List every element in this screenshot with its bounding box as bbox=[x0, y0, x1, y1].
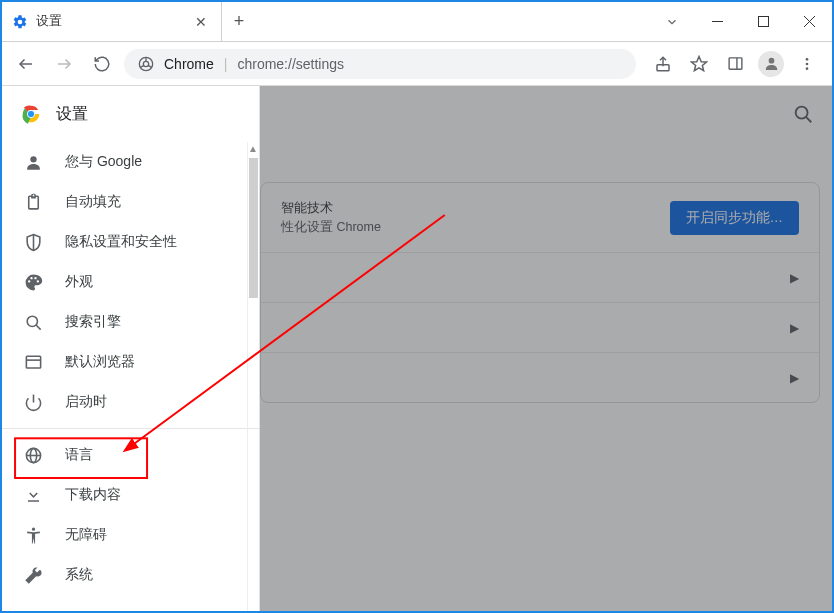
svg-point-31 bbox=[32, 527, 35, 530]
content-area: 设置 您与 Google 自动填充 隐私设置和安全性 外观 bbox=[2, 86, 832, 611]
power-icon bbox=[24, 393, 43, 412]
back-button[interactable] bbox=[10, 48, 42, 80]
download-icon bbox=[24, 486, 43, 505]
gear-icon bbox=[12, 14, 28, 30]
svg-point-32 bbox=[796, 107, 808, 119]
svg-point-17 bbox=[806, 62, 809, 65]
toolbar: Chrome | chrome://settings bbox=[2, 42, 832, 86]
titlebar: 设置 ✕ + bbox=[2, 2, 832, 42]
svg-point-15 bbox=[768, 58, 774, 64]
svg-rect-1 bbox=[758, 17, 768, 27]
sidebar-item-label: 语言 bbox=[65, 446, 93, 464]
sidebar-item-autofill[interactable]: 自动填充 bbox=[2, 182, 259, 222]
sidebar-item-label: 启动时 bbox=[65, 393, 107, 411]
sidebar-scrollbar[interactable]: ▲ bbox=[247, 142, 259, 611]
sidebar-item-privacy[interactable]: 隐私设置和安全性 bbox=[2, 222, 259, 262]
side-panel-icon[interactable] bbox=[718, 47, 752, 81]
svg-rect-25 bbox=[26, 356, 40, 368]
accessibility-icon bbox=[24, 526, 43, 545]
chevron-right-icon: ▶ bbox=[790, 371, 799, 385]
search-settings-icon[interactable] bbox=[792, 103, 814, 125]
svg-line-10 bbox=[148, 65, 152, 67]
maximize-button[interactable] bbox=[740, 2, 786, 42]
browser-icon bbox=[24, 353, 43, 372]
sidebar-item-downloads[interactable]: 下载内容 bbox=[2, 475, 259, 515]
wrench-icon bbox=[24, 566, 43, 585]
sync-subtitle-fragment: 性化设置 Chrome bbox=[281, 219, 381, 236]
person-icon bbox=[24, 153, 43, 172]
sidebar-item-label: 默认浏览器 bbox=[65, 353, 135, 371]
sidebar-item-you-and-google[interactable]: 您与 Google bbox=[2, 142, 259, 182]
sidebar-item-label: 自动填充 bbox=[65, 193, 121, 211]
new-tab-button[interactable]: + bbox=[222, 2, 256, 41]
shield-icon bbox=[24, 233, 43, 252]
card-row[interactable]: ▶ bbox=[261, 352, 819, 402]
kebab-menu-icon[interactable] bbox=[790, 47, 824, 81]
svg-line-9 bbox=[140, 65, 144, 67]
search-icon bbox=[24, 313, 43, 332]
sidebar-item-label: 搜索引擎 bbox=[65, 313, 121, 331]
forward-button[interactable] bbox=[48, 48, 80, 80]
svg-line-33 bbox=[806, 117, 811, 122]
share-icon[interactable] bbox=[646, 47, 680, 81]
svg-point-16 bbox=[806, 58, 809, 61]
chevron-right-icon: ▶ bbox=[790, 271, 799, 285]
sidebar-item-on-startup[interactable]: 启动时 bbox=[2, 382, 259, 422]
svg-marker-12 bbox=[692, 56, 707, 70]
settings-sidebar: 设置 您与 Google 自动填充 隐私设置和安全性 外观 bbox=[2, 86, 260, 611]
sidebar-item-label: 外观 bbox=[65, 273, 93, 291]
tab-title: 设置 bbox=[36, 13, 62, 30]
sidebar-item-label: 系统 bbox=[65, 566, 93, 584]
omnibox-host: Chrome bbox=[164, 56, 214, 72]
svg-point-23 bbox=[27, 316, 37, 326]
close-tab-icon[interactable]: ✕ bbox=[193, 14, 209, 30]
svg-point-18 bbox=[806, 67, 809, 70]
sidebar-item-languages[interactable]: 语言 bbox=[2, 435, 259, 475]
main-pane: 智能技术 性化设置 Chrome 开启同步功能… ▶ ▶ ▶ bbox=[260, 86, 832, 611]
chevron-right-icon: ▶ bbox=[790, 321, 799, 335]
minimize-button[interactable] bbox=[694, 2, 740, 42]
sidebar-item-label: 下载内容 bbox=[65, 486, 121, 504]
card-row[interactable]: ▶ bbox=[261, 252, 819, 302]
card-row[interactable]: ▶ bbox=[261, 302, 819, 352]
sidebar-item-label: 无障碍 bbox=[65, 526, 107, 544]
svg-point-22 bbox=[30, 156, 36, 162]
sidebar-item-label: 隐私设置和安全性 bbox=[65, 233, 177, 251]
tab-search-icon[interactable] bbox=[650, 15, 694, 29]
clipboard-icon bbox=[24, 193, 43, 212]
turn-on-sync-button[interactable]: 开启同步功能… bbox=[670, 201, 800, 235]
chrome-logo-icon bbox=[20, 103, 42, 125]
sidebar-item-label: 您与 Google bbox=[65, 153, 142, 171]
sync-card: 智能技术 性化设置 Chrome 开启同步功能… ▶ ▶ ▶ bbox=[260, 182, 820, 403]
bookmark-star-icon[interactable] bbox=[682, 47, 716, 81]
address-bar[interactable]: Chrome | chrome://settings bbox=[124, 49, 636, 79]
sidebar-item-search-engine[interactable]: 搜索引擎 bbox=[2, 302, 259, 342]
omnibox-path: chrome://settings bbox=[237, 56, 344, 72]
sidebar-item-accessibility[interactable]: 无障碍 bbox=[2, 515, 259, 555]
sidebar-title: 设置 bbox=[56, 104, 88, 125]
sidebar-item-appearance[interactable]: 外观 bbox=[2, 262, 259, 302]
chrome-window: 设置 ✕ + bbox=[0, 0, 834, 613]
sidebar-item-default-browser[interactable]: 默认浏览器 bbox=[2, 342, 259, 382]
window-controls bbox=[650, 2, 832, 41]
sidebar-item-system[interactable]: 系统 bbox=[2, 555, 259, 595]
sync-title-fragment: 智能技术 bbox=[281, 199, 381, 217]
reload-button[interactable] bbox=[86, 48, 118, 80]
chrome-logo-icon bbox=[138, 56, 154, 72]
svg-line-24 bbox=[36, 325, 41, 330]
profile-avatar[interactable] bbox=[754, 47, 788, 81]
close-window-button[interactable] bbox=[786, 2, 832, 42]
sidebar-header: 设置 bbox=[2, 86, 259, 142]
browser-tab[interactable]: 设置 ✕ bbox=[2, 2, 222, 41]
svg-rect-13 bbox=[729, 58, 742, 69]
sidebar-divider bbox=[2, 428, 259, 429]
globe-icon bbox=[24, 446, 43, 465]
palette-icon bbox=[24, 273, 43, 292]
